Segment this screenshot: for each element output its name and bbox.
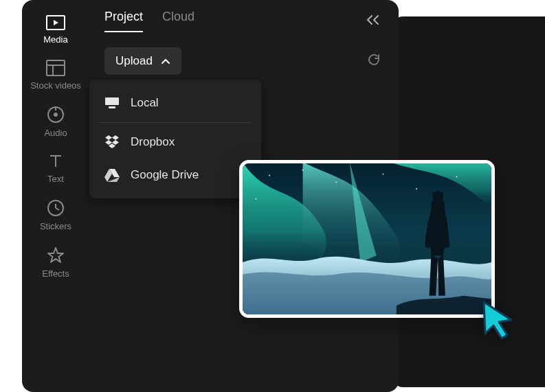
sidebar-item-stickers[interactable]: Stickers [40,199,71,231]
upload-option-local[interactable]: Local [89,87,261,119]
svg-rect-24 [432,192,443,196]
sidebar-item-label: Audio [44,128,67,138]
media-thumbnail[interactable] [239,160,495,318]
svg-rect-1 [47,60,65,76]
svg-point-20 [456,176,457,178]
collapse-panel-button[interactable] [363,11,383,32]
sidebar-item-text[interactable]: Text [47,153,64,184]
tabs: Project Cloud [104,10,194,32]
sidebar-item-label: Effects [42,268,69,279]
google-drive-icon [104,168,120,182]
upload-option-label: Google Drive [131,168,199,182]
clock-icon [47,199,65,217]
cursor-pointer-icon [480,299,517,341]
media-icon [46,15,65,30]
svg-point-19 [416,188,417,189]
dropbox-icon [104,135,120,149]
refresh-button[interactable] [364,50,383,72]
sidebar-item-label: Media [43,34,67,45]
text-icon [47,153,64,170]
svg-point-15 [269,175,270,176]
chevron-double-left-icon [366,14,381,26]
refresh-icon [367,53,381,67]
upload-button-label: Upload [115,54,153,68]
sidebar-item-label: Stickers [40,221,71,231]
sidebar-item-media[interactable]: Media [43,15,67,45]
upload-dropdown: Local Dropbox [89,80,261,198]
upload-option-label: Dropbox [131,135,175,149]
svg-point-5 [54,113,58,117]
upload-option-label: Local [131,96,159,110]
svg-point-21 [255,198,256,200]
upload-button[interactable]: Upload [104,47,181,75]
layout-icon [46,60,65,76]
chevron-up-icon [161,58,170,65]
svg-point-16 [302,170,304,171]
tab-cloud[interactable]: Cloud [162,10,194,32]
sidebar-item-effects[interactable]: Effects [42,246,69,279]
svg-rect-12 [105,97,119,105]
dropdown-separator [99,122,252,123]
sidebar-item-stock-videos[interactable]: Stock videos [30,60,81,91]
sidebar: Media Stock videos [22,0,89,392]
aurora-image [243,163,491,314]
sidebar-item-label: Stock videos [30,80,81,91]
upload-option-dropbox[interactable]: Dropbox [89,126,261,159]
svg-point-17 [335,181,337,183]
star-icon [47,246,65,264]
upload-option-google-drive[interactable]: Google Drive [89,159,261,192]
svg-line-11 [56,208,59,210]
tab-project[interactable]: Project [104,10,143,32]
music-icon [47,106,65,124]
svg-rect-13 [109,106,115,108]
monitor-icon [104,97,120,109]
svg-point-18 [382,174,383,175]
sidebar-item-audio[interactable]: Audio [44,106,67,138]
sidebar-item-label: Text [47,174,64,184]
